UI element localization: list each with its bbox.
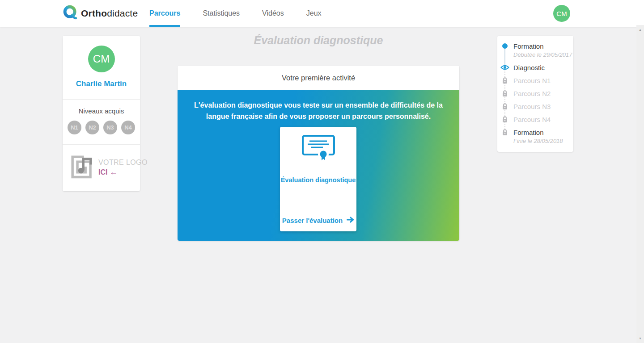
lock-icon bbox=[500, 103, 510, 110]
lock-icon bbox=[500, 129, 510, 136]
logo-placeholder: VOTRE LOGO ICI ← bbox=[63, 145, 140, 191]
logo-placeholder-text: VOTRE LOGO ICI ← bbox=[98, 159, 148, 177]
page-title: Évaluation diagnostique bbox=[178, 34, 459, 47]
levels-section: Niveaux acquis N1 N2 N3 N4 bbox=[63, 100, 140, 144]
lock-icon bbox=[500, 90, 510, 97]
certificate-icon bbox=[301, 134, 335, 163]
level-badge-n3: N3 bbox=[103, 121, 117, 134]
vertical-scrollbar[interactable]: ▲ ▼ bbox=[636, 25, 644, 343]
timeline-item-formation-start[interactable]: Formation bbox=[500, 42, 544, 50]
main-nav: Parcours Statistiques Vidéos Jeux bbox=[149, 0, 322, 27]
timeline-item-diagnostic[interactable]: Diagnostic bbox=[500, 63, 545, 72]
logo-placeholder-line2: ICI ← bbox=[98, 167, 148, 177]
top-navbar: Orthodidacte Parcours Statistiques Vidéo… bbox=[0, 0, 644, 27]
timeline-item-formation-start-date: Débutée le 29/05/2017 bbox=[513, 51, 572, 58]
orthodidacte-logo-icon bbox=[63, 4, 78, 22]
evaluation-tile[interactable]: Évaluation diagnostique Passer l'évaluat… bbox=[280, 127, 356, 231]
nav-tab-jeux[interactable]: Jeux bbox=[306, 0, 322, 27]
evaluation-tile-label: Évaluation diagnostique bbox=[281, 176, 356, 184]
level-badges: N1 N2 N3 N4 bbox=[66, 121, 136, 134]
scrollbar-up-icon[interactable]: ▲ bbox=[636, 26, 644, 33]
profile-name-link[interactable]: Charlie Martin bbox=[63, 79, 140, 88]
activity-card-title: Votre première activité bbox=[178, 66, 459, 90]
level-badge-n4: N4 bbox=[121, 121, 135, 134]
first-activity-card: Votre première activité L'évaluation dia… bbox=[178, 66, 459, 241]
level-badge-n2: N2 bbox=[85, 121, 99, 134]
timeline-item-parcours-n3: Parcours N3 bbox=[500, 102, 551, 111]
timeline-item-formation-end-date: Finie le 28/05/2018 bbox=[513, 138, 563, 144]
start-evaluation-button[interactable]: Passer l'évaluation bbox=[282, 217, 354, 224]
cta-label: Passer l'évaluation bbox=[282, 217, 343, 224]
user-avatar[interactable]: CM bbox=[553, 5, 570, 22]
activity-gradient-panel: L'évaluation diagnostique vous teste sur… bbox=[178, 90, 459, 241]
timeline-item-parcours-n1: Parcours N1 bbox=[500, 76, 551, 85]
level-badge-n1: N1 bbox=[68, 121, 81, 134]
nav-tab-parcours[interactable]: Parcours bbox=[149, 0, 180, 27]
logo-placeholder-line1: VOTRE LOGO bbox=[98, 159, 148, 167]
profile-section: CM Charlie Martin bbox=[63, 36, 140, 99]
arrow-right-icon bbox=[347, 217, 354, 224]
lock-icon bbox=[500, 116, 510, 123]
timeline-item-formation-end: Formation bbox=[500, 128, 544, 137]
profile-card: CM Charlie Martin Niveaux acquis N1 N2 N… bbox=[63, 36, 140, 191]
nav-tab-videos[interactable]: Vidéos bbox=[262, 0, 284, 27]
progress-timeline-card: Formation Débutée le 29/05/2017 Diagnost… bbox=[497, 36, 573, 152]
brand-logo[interactable]: Orthodidacte bbox=[63, 0, 138, 27]
activity-intro-text: L'évaluation diagnostique vous teste sur… bbox=[184, 90, 453, 122]
timeline-item-parcours-n2: Parcours N2 bbox=[500, 89, 551, 98]
brand-name: Orthodidacte bbox=[81, 8, 138, 19]
nav-tab-statistiques[interactable]: Statistiques bbox=[203, 0, 240, 27]
profile-avatar: CM bbox=[88, 46, 115, 72]
dot-icon bbox=[500, 43, 510, 49]
eye-icon bbox=[500, 64, 510, 71]
timeline-item-parcours-n4: Parcours N4 bbox=[500, 115, 551, 124]
lock-icon bbox=[500, 77, 510, 84]
left-arrow-icon: ← bbox=[110, 167, 118, 176]
scrollbar-down-icon[interactable]: ▼ bbox=[636, 335, 644, 342]
levels-title: Niveaux acquis bbox=[66, 107, 136, 115]
music-note-logo-icon bbox=[70, 154, 94, 181]
